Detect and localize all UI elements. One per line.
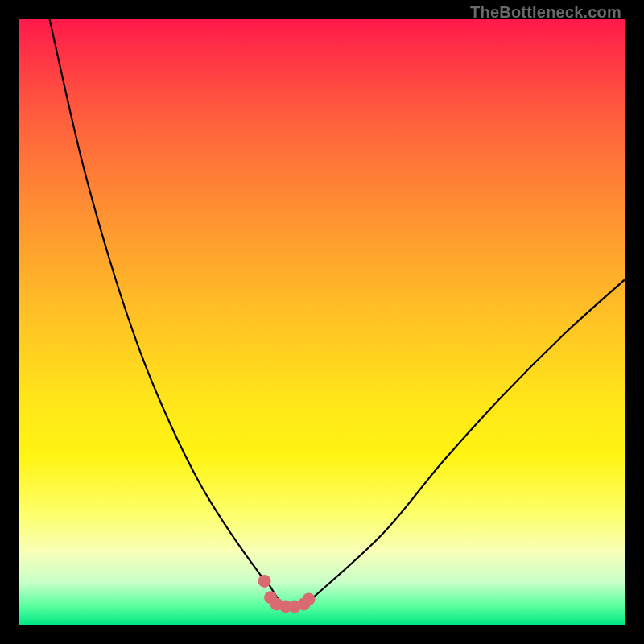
bottom-dots-group (258, 575, 316, 613)
bottom-dot (258, 575, 271, 588)
bottom-dot (303, 592, 316, 605)
chart-plot-area (19, 19, 625, 625)
bottleneck-curve (50, 19, 625, 608)
watermark-text: TheBottleneck.com (470, 3, 621, 22)
bottleneck-curve-svg (19, 19, 625, 625)
